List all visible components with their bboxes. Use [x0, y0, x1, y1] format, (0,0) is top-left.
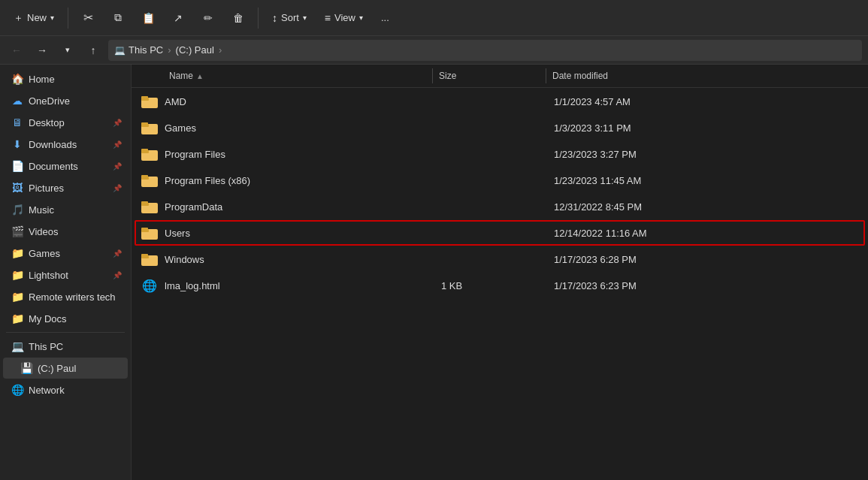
file-date-cell: 1/17/2023 6:28 PM — [548, 252, 865, 267]
sidebar-item-network[interactable]: 🌐Network — [3, 379, 128, 400]
cut-icon: ✂ — [83, 11, 93, 25]
sidebar-item-onedrive[interactable]: ☁OneDrive — [3, 90, 128, 111]
sidebar-item-downloads[interactable]: ⬇Downloads📌 — [3, 134, 128, 155]
recent-button[interactable]: ▾ — [57, 40, 78, 61]
file-name-cell: Program Files — [135, 143, 435, 165]
sidebar-separator — [6, 332, 125, 333]
pin-icon-lightshot: 📌 — [113, 271, 122, 279]
table-row[interactable]: ProgramData12/31/2022 8:45 PM — [135, 194, 865, 219]
sort-chevron-icon: ▾ — [303, 14, 307, 22]
view-button[interactable]: ≡ View ▾ — [317, 8, 370, 28]
table-row[interactable]: Program Files1/23/2023 3:27 PM — [135, 141, 865, 167]
file-date-cell: 1/23/2023 3:27 PM — [548, 147, 865, 162]
file-date-cell: 1/1/2023 4:57 AM — [548, 95, 865, 109]
sidebar-item-lightshot[interactable]: 📁Lightshot📌 — [3, 264, 128, 285]
table-row[interactable]: Windows1/17/2023 6:28 PM — [135, 246, 865, 272]
sidebar-label-pictures: Pictures — [29, 183, 108, 194]
col-size-header[interactable]: Size — [433, 68, 546, 84]
sidebar-label-documents: Documents — [29, 161, 108, 172]
col-name-header[interactable]: Name ▲ — [132, 68, 432, 84]
address-path[interactable]: 💻 This PC › (C:) Paul › — [108, 40, 862, 61]
more-label: ... — [381, 12, 389, 23]
more-button[interactable]: ... — [374, 8, 397, 27]
file-date-cell: 1/23/2023 11:45 AM — [548, 174, 865, 188]
sidebar-item-this-pc[interactable]: 💻This PC — [3, 336, 128, 357]
svg-rect-8 — [141, 149, 148, 152]
share-button[interactable]: ↗ — [165, 5, 192, 32]
sidebar-item-home[interactable]: 🏠Home — [3, 68, 128, 89]
sidebar-label-games: Games — [29, 248, 108, 259]
pin-icon-games: 📌 — [113, 249, 122, 258]
folder-icon — [141, 92, 159, 110]
paste-button[interactable]: 📋 — [135, 5, 162, 32]
table-row[interactable]: Games1/3/2023 3:11 PM — [135, 115, 865, 140]
sidebar-label-music: Music — [29, 204, 122, 216]
path-sep-2: › — [219, 44, 222, 56]
pin-icon-documents: 📌 — [113, 162, 122, 171]
svg-rect-5 — [141, 122, 148, 125]
path-this-pc[interactable]: This PC — [129, 44, 163, 56]
pin-icon-pictures: 📌 — [113, 184, 122, 192]
copy-button[interactable]: ⧉ — [104, 5, 132, 32]
view-label: View — [334, 12, 355, 23]
folder-icon — [141, 145, 159, 163]
sidebar-label-my-docs: My Docs — [29, 313, 122, 325]
sidebar-item-videos[interactable]: 🎬Videos — [3, 221, 128, 242]
sidebar-item-documents[interactable]: 📄Documents📌 — [3, 155, 128, 177]
sidebar-icon-desktop: 🖥 — [11, 116, 24, 129]
sidebar-label-onedrive: OneDrive — [29, 95, 122, 107]
folder-icon — [141, 198, 159, 216]
file-name-cell: ProgramData — [135, 196, 435, 217]
sidebar-item-my-docs[interactable]: 📁My Docs — [3, 308, 128, 329]
file-name-cell: Windows — [135, 249, 435, 270]
sidebar-label-lightshot: Lightshot — [29, 270, 108, 281]
forward-button[interactable]: → — [32, 40, 53, 61]
sidebar-item-remote-writers[interactable]: 📁Remote writers tech — [3, 286, 128, 307]
folder-icon — [141, 119, 159, 137]
address-bar: ← → ▾ ↑ 💻 This PC › (C:) Paul › — [0, 36, 868, 65]
sidebar-icon-remote-writers: 📁 — [11, 290, 24, 303]
new-icon: ＋ — [14, 11, 23, 25]
back-button[interactable]: ← — [6, 40, 27, 61]
file-size-cell — [435, 100, 548, 103]
sidebar-item-games[interactable]: 📁Games📌 — [3, 243, 128, 264]
up-button[interactable]: ↑ — [83, 40, 104, 61]
content-area: Name ▲ Size Date modified AMD1/1/2023 4:… — [132, 65, 868, 480]
table-row[interactable]: AMD1/1/2023 4:57 AM — [135, 89, 865, 114]
separator-1 — [68, 8, 68, 29]
sidebar-item-c-paul[interactable]: 💾(C:) Paul — [3, 358, 128, 379]
file-date-cell: 12/14/2022 11:16 AM — [548, 226, 865, 240]
file-name-text: lma_log.html — [165, 280, 220, 291]
sidebar-icon-videos: 🎬 — [11, 225, 24, 238]
col-date-header[interactable]: Date modified — [546, 68, 868, 84]
file-name-text: Program Files — [165, 149, 225, 160]
pin-icon-desktop: 📌 — [113, 119, 122, 127]
column-headers: Name ▲ Size Date modified — [132, 65, 868, 88]
sidebar-label-videos: Videos — [29, 226, 122, 237]
table-row[interactable]: Users12/14/2022 11:16 AM — [135, 220, 865, 246]
sidebar-item-music[interactable]: 🎵Music — [3, 199, 128, 220]
sidebar-icon-home: 🏠 — [11, 72, 24, 86]
delete-button[interactable]: 🗑 — [225, 5, 252, 32]
table-row[interactable]: Program Files (x86)1/23/2023 11:45 AM — [135, 168, 865, 193]
col-name-label: Name — [169, 71, 193, 81]
svg-rect-2 — [141, 96, 148, 99]
path-drive[interactable]: (C:) Paul — [176, 44, 214, 56]
delete-icon: 🗑 — [233, 12, 243, 24]
col-date-label: Date modified — [552, 71, 608, 81]
table-row[interactable]: 🌐lma_log.html1 KB1/17/2023 6:23 PM — [135, 273, 865, 298]
file-size-cell — [435, 258, 548, 261]
new-button[interactable]: ＋ New ▾ — [6, 8, 62, 29]
sidebar-label-this-pc: This PC — [29, 341, 122, 352]
sort-button[interactable]: ↕ Sort ▾ — [265, 8, 314, 28]
folder-icon — [141, 224, 159, 242]
file-name-text: Windows — [165, 254, 204, 265]
file-name-text: ProgramData — [165, 201, 222, 213]
cut-button[interactable]: ✂ — [74, 5, 101, 32]
file-date-cell: 12/31/2022 8:45 PM — [548, 200, 865, 214]
view-icon: ≡ — [325, 12, 331, 24]
sidebar-item-pictures[interactable]: 🖼Pictures📌 — [3, 177, 128, 198]
sidebar-icon-c-paul: 💾 — [20, 361, 33, 375]
rename-button[interactable]: ✏ — [195, 5, 222, 32]
sidebar-item-desktop[interactable]: 🖥Desktop📌 — [3, 112, 128, 133]
